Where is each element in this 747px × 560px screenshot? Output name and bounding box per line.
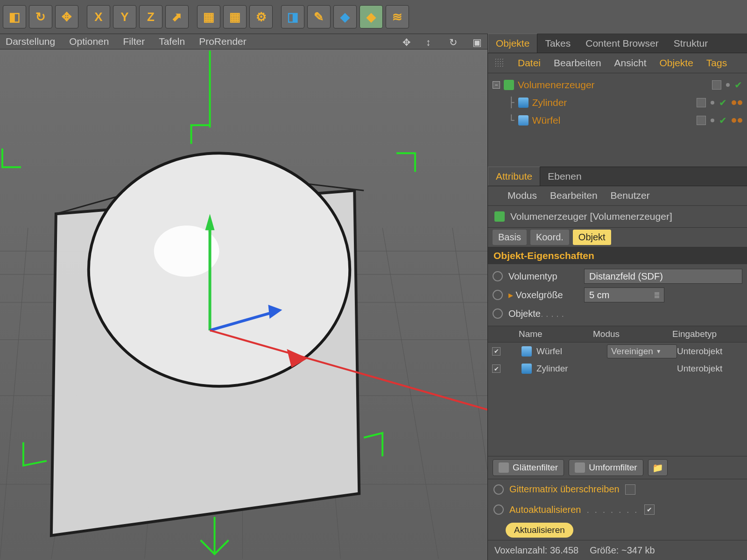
om-menubar: Datei Bearbeiten Ansicht Objekte Tags — [488, 53, 747, 73]
am-tabset: Attribute Ebenen — [488, 167, 747, 186]
table-row[interactable]: ✔ Zylinder Unterobjekt — [488, 360, 747, 378]
tab-takes[interactable]: Takes — [537, 34, 578, 53]
viewport-scene — [0, 49, 487, 560]
status-bar: Voxelanzahl: 36.458 Größe: ~347 kb — [488, 540, 747, 560]
object-row-zylinder[interactable]: ├ Zylinder ✔ — [493, 94, 742, 112]
generator-icon[interactable]: ◆ — [333, 5, 357, 28]
object-row-volumenerzeuger[interactable]: − Volumenerzeuger ✔ — [493, 76, 742, 94]
add-filter-button[interactable]: 📁 — [648, 459, 668, 476]
visibility-toggle[interactable] — [697, 116, 706, 125]
gittermatrix-checkbox[interactable] — [625, 484, 635, 495]
visibility-toggle[interactable] — [712, 80, 721, 90]
voxel-count: Voxelanzahl: 36.458 — [494, 545, 578, 556]
reshape-filter-icon — [575, 462, 585, 473]
nav-layout-icon[interactable]: ▣ — [472, 37, 482, 46]
axis-z-button[interactable]: Z — [139, 5, 162, 28]
am-menu-benutzer[interactable]: Benutzer — [611, 190, 650, 201]
subtab-basis[interactable]: Basis — [493, 230, 527, 245]
anim-radio[interactable] — [493, 271, 503, 281]
volume-icon[interactable]: ◆ — [359, 5, 383, 28]
object-row-wuerfel[interactable]: └ Würfel ✔ — [493, 112, 742, 129]
voxel-size-input[interactable]: 5 cm — [584, 287, 664, 302]
objects-table-header: Name Modus Eingabetyp — [488, 326, 747, 343]
tab-ebenen[interactable]: Ebenen — [540, 167, 589, 186]
render-icon[interactable]: ▦ — [197, 5, 220, 28]
om-view-icon[interactable] — [494, 58, 505, 68]
view-menu-prorender[interactable]: ProRender — [199, 36, 247, 47]
anim-radio[interactable] — [493, 290, 503, 300]
visibility-toggle[interactable] — [697, 98, 706, 107]
row-checkbox[interactable]: ✔ — [492, 347, 500, 356]
om-menu-datei[interactable]: Datei — [518, 57, 541, 69]
volume-builder-icon — [494, 211, 505, 222]
subtab-objekt[interactable]: Objekt — [573, 230, 611, 245]
prop-label-gitter: Gittermatrix überschreiben — [509, 484, 620, 495]
om-menu-ansicht[interactable]: Ansicht — [614, 57, 647, 69]
tab-attribute[interactable]: Attribute — [488, 167, 540, 186]
render-settings-icon[interactable]: ⚙ — [249, 5, 273, 28]
tool-move-icon[interactable]: ✥ — [55, 5, 78, 28]
am-menubar: Modus Bearbeiten Benutzer — [488, 186, 747, 206]
coord-sys-icon[interactable]: ⬈ — [165, 5, 189, 28]
filter-row: Glättenfilter Umformfilter 📁 — [488, 456, 747, 479]
objects-table-empty[interactable] — [488, 378, 747, 456]
anim-radio[interactable] — [493, 504, 504, 515]
am-menu-bearbeiten[interactable]: Bearbeiten — [550, 190, 598, 201]
expand-icon[interactable]: − — [493, 81, 500, 89]
properties-panel: Volumentyp Distanzfeld (SDF) Voxelgröße … — [488, 264, 747, 326]
nav-zoom-icon[interactable]: ↕ — [426, 37, 435, 46]
tab-content-browser[interactable]: Content Browser — [578, 34, 666, 53]
3d-viewport[interactable] — [0, 49, 487, 560]
table-row[interactable]: ✔ Würfel Vereinigen▼ Unterobjekt — [488, 343, 747, 360]
anim-radio[interactable] — [493, 484, 504, 495]
view-menu-optionen[interactable]: Optionen — [69, 36, 109, 47]
tag-icon[interactable] — [732, 100, 742, 105]
om-menu-objekte[interactable]: Objekte — [659, 57, 693, 69]
view-menu-tafeln[interactable]: Tafeln — [159, 36, 185, 47]
am-menu-modus[interactable]: Modus — [507, 190, 537, 201]
am-subtabs: Basis Koord. Objekt — [488, 228, 747, 248]
umformfilter-button[interactable]: Umformfilter — [569, 459, 643, 476]
svg-line-6 — [0, 228, 28, 559]
nav-rotate-icon[interactable]: ↻ — [449, 37, 458, 46]
primitive-cube-icon[interactable]: ◨ — [281, 5, 304, 28]
axis-x-button[interactable]: X — [87, 5, 110, 28]
row-checkbox[interactable]: ✔ — [492, 364, 500, 373]
om-menu-bearbeiten[interactable]: Bearbeiten — [554, 57, 601, 69]
volumentyp-dropdown[interactable]: Distanzfeld (SDF) — [584, 269, 742, 284]
pen-icon[interactable]: ✎ — [307, 5, 331, 28]
subtab-koord[interactable]: Koord. — [530, 230, 569, 245]
col-eingabetyp: Eingabetyp — [668, 329, 747, 339]
prop-label-volumentyp: Volumentyp — [508, 271, 578, 282]
cube-icon — [518, 115, 529, 126]
cylinder-icon — [521, 364, 532, 374]
view-menu-darstellung[interactable]: Darstellung — [6, 36, 55, 47]
aktualisieren-button[interactable]: Aktualisieren — [506, 523, 573, 538]
enable-checkmark-icon[interactable]: ✔ — [734, 79, 742, 91]
viewport-menubar: Darstellung Optionen Filter Tafeln ProRe… — [0, 34, 487, 49]
enable-checkmark-icon[interactable]: ✔ — [719, 97, 727, 108]
view-menu-filter[interactable]: Filter — [123, 36, 145, 47]
axis-y-button[interactable]: Y — [113, 5, 136, 28]
tab-objekte[interactable]: Objekte — [488, 34, 537, 53]
volume-builder-icon — [504, 80, 514, 90]
nav-move-icon[interactable]: ✥ — [402, 37, 412, 46]
autoaktualisieren-checkbox[interactable]: ✔ — [644, 504, 655, 515]
tag-icon[interactable] — [732, 118, 742, 123]
om-menu-tags[interactable]: Tags — [706, 57, 727, 69]
prop-label-autoakt: Autoaktualisieren — [509, 504, 581, 515]
object-label: Zylinder — [532, 97, 567, 108]
svg-line-12 — [452, 228, 487, 470]
enable-checkmark-icon[interactable]: ✔ — [719, 115, 727, 126]
render-region-icon[interactable]: ▦ — [223, 5, 247, 28]
deformer-icon[interactable]: ≋ — [386, 5, 409, 28]
smooth-filter-icon — [499, 462, 509, 473]
object-tree[interactable]: − Volumenerzeuger ✔ ├ Zylinder ✔ └ Würfe… — [488, 73, 747, 167]
mode-dropdown[interactable]: Vereinigen▼ — [607, 344, 677, 358]
stepper-icon[interactable] — [655, 292, 659, 298]
tab-struktur[interactable]: Struktur — [666, 34, 716, 53]
tool-cube-icon[interactable]: ◧ — [3, 5, 26, 28]
anim-radio[interactable] — [493, 308, 503, 319]
glaettenfilter-button[interactable]: Glättenfilter — [493, 459, 564, 476]
tool-undo-icon[interactable]: ↻ — [29, 5, 52, 28]
